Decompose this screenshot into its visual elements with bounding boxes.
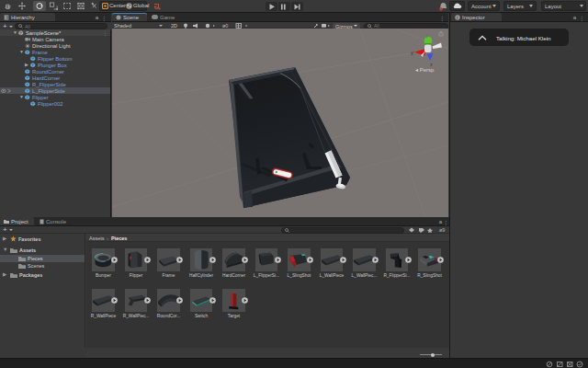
svg-text:ø9: ø9 (439, 227, 445, 233)
svg-text:◂ Persp: ◂ Persp (415, 67, 435, 73)
svg-text:x: x (411, 51, 413, 56)
svg-text:y: y (426, 32, 429, 38)
svg-text:i: i (457, 15, 458, 20)
